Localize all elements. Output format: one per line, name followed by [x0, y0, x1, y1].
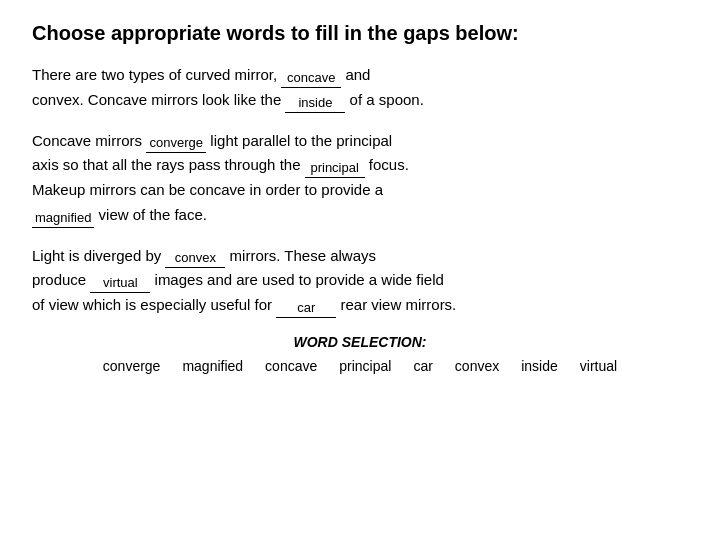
word-list-item: car [413, 358, 432, 374]
p3-blank2: virtual [90, 275, 150, 293]
word-list-item: magnified [182, 358, 243, 374]
p3-blank1: convex [165, 250, 225, 268]
word-list-item: converge [103, 358, 161, 374]
page-title: Choose appropriate words to fill in the … [32, 22, 688, 45]
p2-blank2: principal [305, 160, 365, 178]
word-list: convergemagnifiedconcaveprincipalcarconv… [32, 358, 688, 374]
p1-text-before2: convex. Concave mirrors look like the [32, 91, 285, 108]
p3-text-after3: rear view mirrors. [336, 296, 456, 313]
p3-text-before2: produce [32, 271, 90, 288]
paragraph-2: Concave mirrors converge light parallel … [32, 129, 688, 228]
p3-text-after2: images and are used to provide a wide fi… [150, 271, 444, 288]
word-list-item: inside [521, 358, 558, 374]
p2-blank3: magnified [32, 210, 94, 228]
p1-text-before1: There are two types of curved mirror, [32, 66, 281, 83]
p2-text-after3: view of the face. [94, 206, 207, 223]
p1-text-after1: and [341, 66, 370, 83]
paragraph-3: Light is diverged by convex mirrors. The… [32, 244, 688, 318]
p2-text-before2: axis so that all the rays pass through t… [32, 156, 305, 173]
p3-text-after1: mirrors. These always [225, 247, 376, 264]
word-list-item: virtual [580, 358, 617, 374]
p1-text-after2: of a spoon. [345, 91, 423, 108]
p2-text-after1: light parallel to the principal [206, 132, 392, 149]
word-selection-label: WORD SELECTION: [32, 334, 688, 350]
word-list-item: convex [455, 358, 499, 374]
paragraph-1: There are two types of curved mirror, co… [32, 63, 688, 113]
p3-blank3: car [276, 300, 336, 318]
word-list-item: concave [265, 358, 317, 374]
word-selection-section: WORD SELECTION: convergemagnifiedconcave… [32, 334, 688, 374]
word-list-item: principal [339, 358, 391, 374]
p1-blank1: concave [281, 70, 341, 88]
p2-text-before1: Concave mirrors [32, 132, 146, 149]
p2-text-before3: Makeup mirrors can be concave in order t… [32, 181, 383, 198]
p1-blank2: inside [285, 95, 345, 113]
page: Choose appropriate words to fill in the … [0, 0, 720, 540]
p3-text-before3: of view which is especially useful for [32, 296, 276, 313]
p2-text-after2: focus. [365, 156, 409, 173]
p3-text-before1: Light is diverged by [32, 247, 165, 264]
p2-blank1: converge [146, 135, 206, 153]
